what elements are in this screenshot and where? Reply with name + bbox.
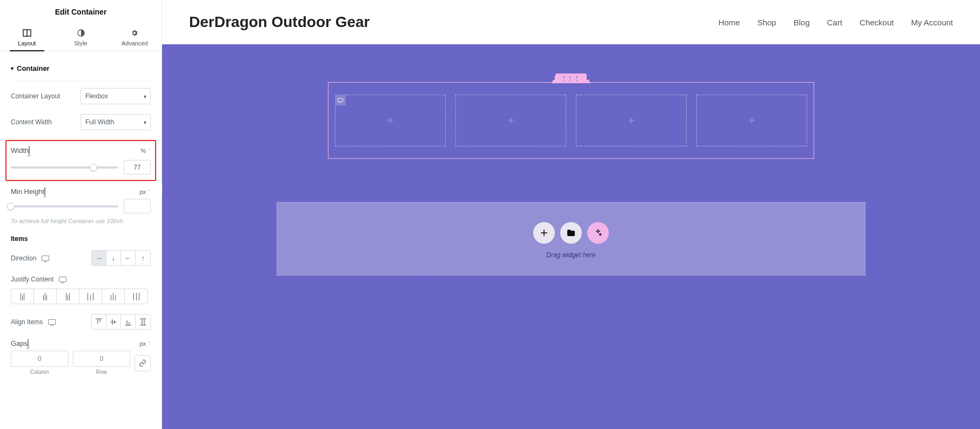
add-widget-icon[interactable]: + [387,115,394,127]
layout-icon [22,28,32,38]
direction-row-button[interactable]: → [92,251,106,265]
site-title: DerDragon Outdoor Gear [189,14,370,31]
direction-column-button[interactable]: ↓ [106,251,121,265]
select-content-width[interactable]: Full Width [80,114,151,130]
container-column-4[interactable]: + [696,95,807,146]
panel-body: ▾ Container Container Layout Flexbox Con… [0,51,162,429]
tab-layout[interactable]: Layout [0,23,54,51]
justify-end-button[interactable] [57,289,79,304]
label-content-width: Content Width [11,118,52,126]
label-direction: Direction [11,254,36,262]
gap-link-button[interactable] [135,355,151,371]
nav-checkout[interactable]: Checkout [860,18,894,27]
nav-cart[interactable]: Cart [827,18,842,27]
template-library-button[interactable] [560,222,582,244]
site-header: DerDragon Outdoor Gear Home Shop Blog Ca… [162,0,980,44]
gap-row-label: Row [96,369,107,375]
tab-layout-label: Layout [18,40,36,46]
label-container-layout: Container Layout [11,92,60,100]
drop-zone-buttons [533,222,609,244]
tab-advanced-label: Advanced [122,40,148,46]
items-title: Items [11,235,151,243]
row-align: Align Items [11,314,151,330]
width-slider[interactable] [11,166,118,169]
add-widget-icon[interactable]: + [508,115,514,127]
gaps-inputs: Column Row [11,351,151,375]
align-stretch-button[interactable] [136,314,150,329]
desktop-icon[interactable] [29,146,30,155]
desktop-icon[interactable] [42,256,49,261]
justify-around-button[interactable] [102,289,125,304]
section-container-header[interactable]: ▾ Container [11,59,151,81]
gap-row-input[interactable] [73,351,131,367]
direction-column-reverse-button[interactable]: ↑ [136,251,150,265]
align-buttons [91,314,151,330]
gap-column-input[interactable] [11,351,69,367]
container-column-2[interactable]: + [455,95,566,146]
label-justify: Justify Content [11,276,53,283]
desktop-icon[interactable] [59,277,66,282]
tab-style-label: Style [74,40,87,46]
width-slider-thumb[interactable] [90,164,97,171]
ai-button[interactable] [587,222,609,244]
justify-evenly-button[interactable] [125,289,147,304]
desktop-icon[interactable] [48,319,56,325]
add-widget-icon[interactable]: + [749,115,755,127]
add-widget-icon[interactable]: + [628,115,635,127]
label-width: Width [11,146,29,155]
justify-center-button[interactable] [34,289,57,304]
min-height-value-input[interactable] [124,199,151,213]
close-icon[interactable]: ✕ [586,75,590,82]
tab-style[interactable]: Style [54,23,108,51]
desktop-icon[interactable] [44,187,45,196]
add-section-button[interactable] [533,222,555,244]
width-unit-select[interactable]: % [140,148,151,154]
add-icon[interactable]: + [552,75,555,82]
column-device-badge[interactable] [335,95,346,105]
nav-shop[interactable]: Shop [757,18,776,27]
svg-rect-16 [338,98,343,102]
min-height-unit-select[interactable]: px [139,189,151,195]
selected-container[interactable]: + ⋮⋮⋮ ✕ + + + + [328,82,814,159]
drop-zone[interactable]: Drag widget here [277,202,865,276]
container-handle: + ⋮⋮⋮ ✕ [552,73,590,83]
label-min-height: Min Height [11,187,44,196]
nav-home[interactable]: Home [719,18,740,27]
site-nav: Home Shop Blog Cart Checkout My Account [719,18,953,27]
gap-column-label: Column [30,369,49,375]
direction-buttons: → ↓ ← ↑ [91,250,151,266]
label-align: Align Items [11,318,43,326]
canvas[interactable]: + ⋮⋮⋮ ✕ + + + + [162,44,980,429]
preview-area: DerDragon Outdoor Gear Home Shop Blog Ca… [162,0,980,429]
nav-blog[interactable]: Blog [794,18,810,27]
row-justify: Justify Content [11,276,151,304]
gaps-unit-select[interactable]: px [139,340,151,347]
min-height-hint: To achieve full height Container use 100… [11,218,151,224]
row-direction: Direction → ↓ ← ↑ [11,250,151,266]
width-value-input[interactable] [124,160,151,175]
caret-down-icon: ▾ [11,65,14,71]
desktop-icon[interactable] [28,339,29,348]
drop-zone-hint: Drag widget here [546,251,595,259]
tab-advanced[interactable]: Advanced [108,23,162,51]
panel-tabs: Layout Style Advanced [0,23,162,51]
justify-buttons [11,289,148,304]
justify-between-button[interactable] [79,289,102,304]
align-start-button[interactable] [92,314,106,329]
style-icon [76,28,86,38]
align-center-button[interactable] [106,314,121,329]
align-end-button[interactable] [121,314,136,329]
row-container-layout: Container Layout Flexbox [11,88,151,104]
drag-icon[interactable]: ⋮⋮⋮ [561,75,580,82]
justify-start-button[interactable] [11,289,34,304]
min-height-slider[interactable] [11,205,118,207]
container-column-3[interactable]: + [576,95,687,146]
gear-icon [130,28,139,38]
container-column-1[interactable]: + [335,95,446,146]
row-content-width: Content Width Full Width [11,114,151,130]
nav-account[interactable]: My Account [911,18,953,27]
min-height-slider-thumb[interactable] [7,203,15,210]
direction-row-reverse-button[interactable]: ← [121,251,136,265]
select-container-layout[interactable]: Flexbox [80,88,151,104]
editor-sidebar: Edit Container Layout Style Advanced ▾ C… [0,0,162,429]
